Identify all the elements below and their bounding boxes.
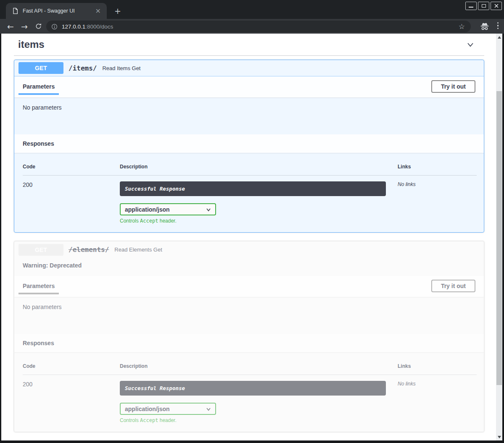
browser-tabstrip: Fast API - Swagger UI × +: [0, 0, 504, 19]
window-maximize-button[interactable]: [478, 2, 489, 10]
url-host: 127.0.0.1: [62, 24, 85, 30]
responses-header: Responses: [14, 334, 484, 352]
endpoint-summary: Read Elements Get: [114, 246, 162, 253]
opblock-summary[interactable]: GET /items/ Read Items Get: [14, 60, 484, 76]
response-description-cell: Successful Response application/json Con…: [120, 381, 398, 423]
page-favicon-icon: [12, 8, 18, 14]
window-close-button[interactable]: [491, 2, 502, 10]
endpoint-path: /elements/: [69, 246, 109, 254]
opblock-get-items: GET /items/ Read Items Get Parameters Tr…: [14, 60, 484, 233]
select-chevron-icon: [206, 406, 211, 412]
responses-table-header: Code Description Links: [23, 164, 477, 176]
response-description-cell: Successful Response application/json Con…: [120, 181, 398, 224]
responses-title: Responses: [23, 340, 54, 346]
minimize-icon: [469, 7, 473, 8]
response-row: 200 Successful Response application/json…: [23, 176, 477, 224]
endpoint-path: /items/: [69, 64, 97, 72]
tab-title: Fast API - Swagger UI: [23, 8, 94, 14]
tab-close-icon[interactable]: ×: [94, 7, 103, 15]
parameters-tab[interactable]: Parameters: [18, 83, 59, 95]
bookmark-star-icon[interactable]: ☆: [458, 22, 466, 31]
code-column-header: Code: [23, 164, 120, 170]
url-text: 127.0.0.1:8000/docs: [62, 24, 458, 30]
endpoint-summary: Read Items Get: [102, 65, 140, 71]
address-bar[interactable]: 127.0.0.1:8000/docs ☆: [46, 21, 471, 32]
media-type-value: application/json: [125, 206, 170, 213]
scrollbar-up-arrow[interactable]: [496, 34, 502, 40]
chevron-down-icon[interactable]: [466, 40, 475, 49]
site-info-icon[interactable]: [51, 24, 58, 30]
parameters-header: Parameters Try it out: [14, 276, 484, 297]
response-links: No links: [398, 381, 477, 423]
deprecated-warning: Warning: Deprecated: [14, 258, 484, 276]
window-minimize-button[interactable]: [465, 2, 477, 10]
method-badge: GET: [18, 62, 63, 74]
browser-toolbar: ← → 127.0.0.1:8000/docs ☆: [0, 19, 504, 34]
parameters-body: No parameters: [14, 97, 484, 134]
no-parameters-text: No parameters: [23, 104, 62, 111]
back-button[interactable]: ←: [5, 19, 16, 34]
code-column-header: Code: [23, 363, 120, 369]
browser-menu-button[interactable]: [496, 22, 500, 29]
section-title: items: [18, 39, 45, 50]
scrollbar-down-arrow[interactable]: [496, 434, 502, 440]
links-column-header: Links: [398, 363, 477, 369]
reload-icon: [35, 23, 42, 30]
page-scrollbar[interactable]: [496, 34, 502, 440]
parameters-tab[interactable]: Parameters: [18, 283, 59, 294]
new-tab-button[interactable]: +: [112, 5, 124, 16]
no-parameters-text: No parameters: [23, 304, 62, 310]
api-section-header[interactable]: items: [14, 37, 484, 56]
response-row: 200 Successful Response application/json…: [23, 375, 477, 423]
try-it-out-button[interactable]: Try it out: [431, 80, 475, 93]
close-icon: [494, 3, 499, 8]
response-code: 200: [23, 381, 120, 423]
maximize-icon: [482, 4, 486, 8]
accept-header-note: Controls Accept header.: [120, 417, 398, 423]
incognito-icon[interactable]: [480, 21, 490, 31]
media-type-select[interactable]: application/json: [120, 403, 216, 415]
media-type-select[interactable]: application/json: [120, 203, 216, 215]
media-type-value: application/json: [125, 406, 170, 412]
responses-body: Code Description Links 200 Successful Re…: [14, 352, 484, 432]
opblock-summary[interactable]: GET /elements/ Read Elements Get: [14, 241, 484, 258]
scrollbar-thumb[interactable]: [496, 91, 502, 385]
select-chevron-icon: [206, 207, 211, 212]
try-it-out-button[interactable]: Try it out: [431, 280, 475, 292]
parameters-header: Parameters Try it out: [14, 76, 484, 97]
browser-tab[interactable]: Fast API - Swagger UI ×: [6, 3, 107, 19]
opblock-get-elements-deprecated: GET /elements/ Read Elements Get Warning…: [14, 241, 484, 432]
responses-header: Responses: [14, 134, 484, 153]
responses-title: Responses: [23, 140, 54, 147]
response-links: No links: [398, 181, 477, 224]
reload-button[interactable]: [33, 19, 44, 34]
accept-header-note: Controls Accept header.: [120, 218, 398, 224]
responses-body: Code Description Links 200 Successful Re…: [14, 153, 484, 232]
response-description: Successful Response: [120, 381, 386, 396]
response-code: 200: [23, 181, 120, 224]
response-description: Successful Response: [120, 181, 386, 196]
description-column-header: Description: [120, 164, 398, 170]
web-page: items GET /items/ Read Items Get Paramet…: [1, 34, 496, 440]
description-column-header: Description: [120, 363, 398, 369]
parameters-body: No parameters: [14, 297, 484, 334]
responses-table-header: Code Description Links: [23, 363, 477, 375]
url-path: :8000/docs: [85, 24, 113, 30]
links-column-header: Links: [398, 164, 477, 170]
forward-button[interactable]: →: [19, 19, 30, 34]
method-badge: GET: [18, 244, 63, 256]
